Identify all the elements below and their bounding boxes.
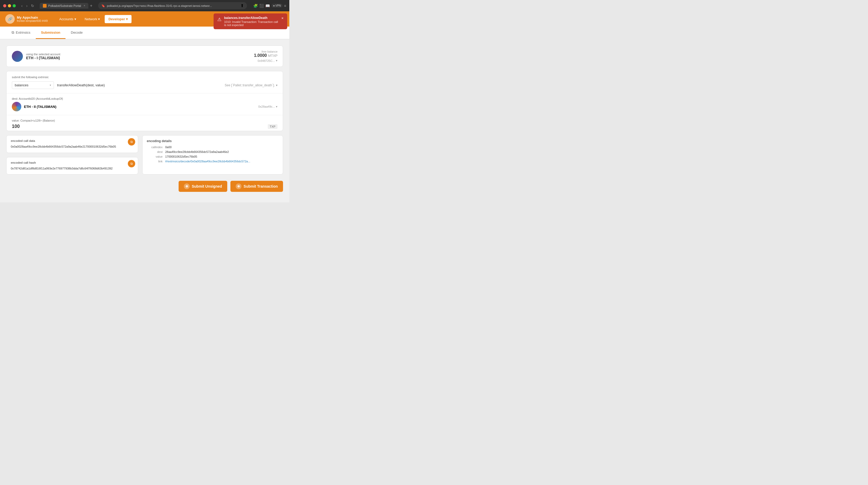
close-window-button[interactable]	[3, 4, 6, 7]
dest-section: dest: AccountId20 (AccountIdLookupOf) ET…	[7, 93, 283, 131]
vpn-badge: ● VPN	[272, 4, 282, 8]
pallet-selector[interactable]: balances ▾	[12, 81, 54, 89]
active-tab[interactable]: Polkadot/Substrate Portal ×	[40, 3, 88, 9]
tab-decode[interactable]: Decode	[65, 27, 88, 39]
copy-hash-button[interactable]: ⧉	[128, 160, 135, 168]
submit-unsigned-button[interactable]: ⊛ Submit Unsigned	[179, 181, 227, 192]
error-content: balances.transferAllowDeath 1010: Invali…	[224, 16, 279, 27]
back-button[interactable]: ‹	[20, 3, 24, 8]
encoded-left: encoded call data 0x0a0028aa49cc9ee28cbb…	[6, 135, 138, 175]
submit-transaction-icon: ⊛	[236, 183, 242, 189]
main-content: ⧉ Extrinsics Submission Decode using the…	[0, 27, 289, 202]
tab-close-button[interactable]: ×	[84, 4, 85, 7]
dest-address-dropdown[interactable]: 0x28aa49c... ▾	[258, 105, 278, 109]
maximize-window-button[interactable]	[12, 4, 16, 7]
extrinsics-icon: ⧉	[11, 30, 14, 35]
dest-account: ETH - II (TALISMAN) 0x28aa49c... ▾	[12, 102, 278, 111]
extrinsics-decode-link[interactable]: #/extrinsics/decode/0x0a0028aa49cc9ee28c…	[165, 160, 250, 163]
minimize-window-button[interactable]	[8, 4, 11, 7]
error-toast: ⚠ balances.transferAllowDeath 1010: Inva…	[214, 13, 287, 29]
extrinsic-header: submit the following extrinsic	[12, 75, 278, 79]
account-card-inner: using the selected account ETH - I (TALI…	[7, 46, 283, 67]
new-tab-button[interactable]: +	[88, 3, 94, 9]
encoding-title: encoding details	[147, 139, 279, 143]
traffic-lights	[3, 4, 16, 7]
extensions-icon[interactable]: 🧩	[253, 4, 258, 8]
encoded-hash-title: encoded call hash	[11, 161, 134, 164]
chevron-down-icon: ▾	[98, 17, 100, 21]
detail-value: value 17000010632d5ec76b05	[147, 155, 279, 158]
address-bar[interactable]: 🔖 polkadot.js.org/apps/?rpc=wss://fraa-f…	[98, 2, 247, 9]
dest-label: dest: AccountId20 (AccountIdLookupOf)	[12, 97, 278, 100]
error-title: balances.transferAllowDeath	[224, 16, 279, 20]
reading-mode-icon[interactable]: 📖	[266, 4, 270, 8]
forward-button[interactable]: ›	[25, 3, 29, 8]
detail-link: link #/extrinsics/decode/0x0a0028aa49cc9…	[147, 160, 279, 163]
address-dropdown[interactable]: 0x948725C... ▾	[254, 59, 278, 62]
method-text: transferAllowDeath(dest, value)	[57, 82, 221, 89]
chain-info: 🔗 My Appchain frontier-template/600 #449	[5, 14, 48, 24]
account-info: using the selected account ETH - I (TALI…	[26, 53, 60, 60]
sidebar-icon[interactable]: ⬛	[259, 4, 264, 8]
dest-name: ETH - II (TALISMAN)	[24, 105, 56, 109]
browser-navigation: ‹ › ↻	[20, 3, 35, 8]
copy-call-button[interactable]: ⧉	[128, 138, 135, 146]
copy-icon: ⧉	[130, 140, 133, 144]
value-input[interactable]	[12, 124, 268, 129]
account-row: using the selected account ETH - I (TALI…	[12, 50, 278, 62]
account-name: ETH - I (TALISMAN)	[26, 56, 60, 60]
tab-title: Polkadot/Substrate Portal	[48, 4, 81, 7]
app-header: 🔗 My Appchain frontier-template/600 #449…	[0, 11, 289, 27]
account-card: using the selected account ETH - I (TALI…	[6, 46, 283, 67]
callindex-value: 0a00	[165, 146, 172, 149]
extrinsic-card: submit the following extrinsic balances …	[6, 71, 283, 131]
chevron-down-icon: ▾	[276, 84, 278, 87]
chevron-down-icon: ▾	[74, 17, 76, 21]
txp-badge: TXP	[268, 124, 278, 129]
chain-name: My Appchain	[17, 16, 48, 20]
dest-avatar	[12, 102, 21, 111]
encoded-call-title: encoded call data	[11, 139, 134, 142]
balance-label: free balance	[254, 50, 278, 53]
content-area: using the selected account ETH - I (TALI…	[0, 39, 289, 202]
menu-icon[interactable]: ≡	[284, 4, 286, 8]
warning-icon: ⚠	[217, 17, 221, 22]
balance-row: 1.0000 MTXP	[254, 53, 278, 58]
encoded-hash-value: 0x78742d81a1df8d816f11a993e2e776977938b3…	[11, 166, 134, 171]
link-key-label: link	[147, 160, 162, 163]
extrinsic-card-inner: submit the following extrinsic balances …	[7, 71, 283, 93]
chain-sub: frontier-template/600 #449	[17, 20, 48, 22]
bottom-actions: ⊛ Submit Unsigned ⊛ Submit Transaction	[6, 179, 283, 196]
extrinsic-selectors: balances ▾ transferAllowDeath(dest, valu…	[12, 81, 278, 89]
nav-accounts[interactable]: Accounts ▾	[56, 15, 80, 23]
see-pallet-link[interactable]: See [`Pallet::transfer_allow_death`]. ▾	[225, 84, 278, 87]
dest-row: dest: AccountId20 (AccountIdLookupOf) ET…	[7, 93, 283, 115]
nav-network[interactable]: Network ▾	[81, 15, 104, 23]
encoded-call-value: 0x0a0028aa49cc9ee28cbb4b664356dc572a9a2a…	[11, 145, 134, 149]
copy-icon: ⧉	[130, 162, 133, 165]
account-label: using the selected account	[26, 53, 60, 56]
url-text: polkadot.js.org/apps/?rpc=wss://fraa-fla…	[107, 4, 239, 7]
submit-unsigned-icon: ⊛	[184, 183, 190, 189]
encoding-details-card: encoding details callindex 0a00 dest 28a…	[142, 135, 283, 175]
browser-tools: 🧩 ⬛ 📖 ● VPN ≡	[253, 4, 286, 8]
nav-developer[interactable]: Developer ▾	[105, 15, 131, 23]
callindex-label: callindex	[147, 146, 162, 149]
encoded-call-card: encoded call data 0x0a0028aa49cc9ee28cbb…	[6, 135, 138, 153]
share-icon: ⬆	[240, 3, 244, 8]
chevron-down-icon: ▾	[276, 59, 278, 62]
bookmark-icon: 🔖	[101, 4, 105, 8]
error-close-button[interactable]: ×	[281, 16, 283, 20]
submit-transaction-button[interactable]: ⊛ Submit Transaction	[230, 181, 283, 192]
detail-dest: dest 28aa49cc9ee28cbb4b664356dc572a9a2aa…	[147, 150, 279, 153]
value-label: value: Compact<u128> (Balance)	[12, 119, 278, 122]
tab-extrinsics[interactable]: ⧉ Extrinsics	[6, 27, 36, 39]
chevron-down-icon: ▾	[50, 84, 51, 87]
dest-key-label: dest	[147, 150, 162, 153]
refresh-button[interactable]: ↻	[30, 3, 35, 8]
balance-unit: MTXP	[268, 54, 278, 58]
encoded-section: encoded call data 0x0a0028aa49cc9ee28cbb…	[6, 135, 283, 175]
chevron-down-icon: ▾	[276, 105, 278, 109]
browser-chrome: ‹ › ↻ Polkadot/Substrate Portal × + 🔖 po…	[0, 0, 289, 11]
tab-submission[interactable]: Submission	[36, 27, 66, 39]
